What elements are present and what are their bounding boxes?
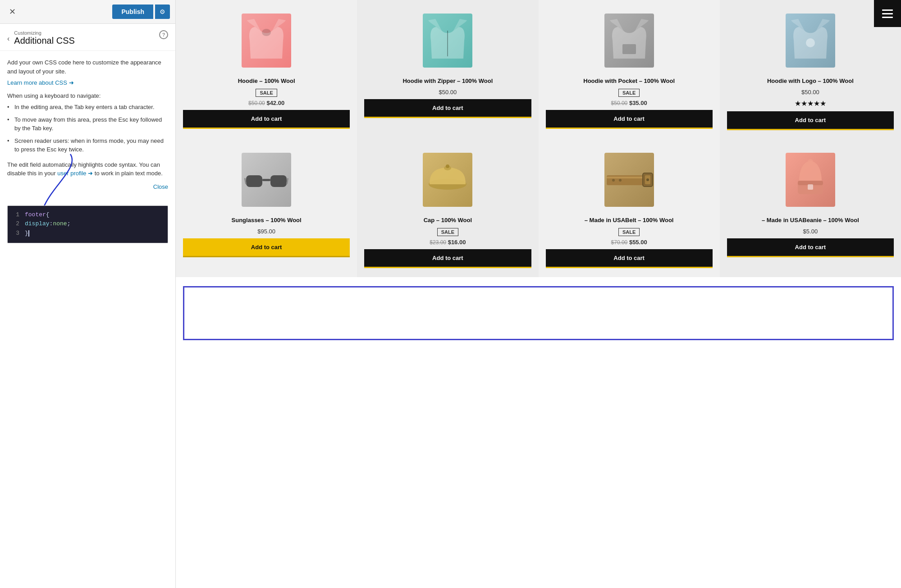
svg-rect-7 — [262, 179, 270, 181]
product-card-2: Hoodie with Zipper – 100% Wool $50.00 Ad… — [357, 0, 538, 139]
product-sale-badge-7: SALE — [546, 228, 713, 239]
add-to-cart-btn-4[interactable]: Add to cart — [727, 111, 894, 130]
product-image-area-6 — [364, 148, 531, 211]
gear-button[interactable]: ⚙ — [155, 5, 170, 19]
customizing-label: Customizing — [14, 30, 75, 36]
product-card-7: – Made in USABelt – 100% Wool SALE $70.0… — [539, 139, 720, 277]
sale-price-6: $16.00 — [448, 239, 466, 246]
sale-price-3: $35.00 — [629, 100, 647, 106]
left-panel: ✕ Publish ⚙ ‹ Customizing Additional CSS… — [0, 0, 176, 588]
svg-point-19 — [619, 179, 622, 182]
product-sale-badge-3: SALE — [546, 89, 713, 100]
product-image-area-3 — [546, 9, 713, 72]
add-to-cart-btn-6[interactable]: Add to cart — [364, 249, 531, 268]
code-text-3: } — [25, 229, 29, 238]
product-image-8 — [786, 153, 835, 207]
line-num-3: 3 — [12, 229, 19, 238]
top-bar: ✕ Publish ⚙ — [0, 0, 175, 24]
line-num-2: 2 — [12, 219, 19, 229]
product-name-4: Hoodie with Logo – 100% Wool — [727, 77, 894, 85]
product-name-5: Sunglasses – 100% Wool — [183, 217, 350, 224]
customizing-header: ‹ Customizing Additional CSS ? — [0, 24, 175, 51]
add-to-cart-btn-1[interactable]: Add to cart — [183, 110, 350, 129]
product-name-1: Hoodie – 100% Wool — [183, 77, 350, 85]
product-image-area-7 — [546, 148, 713, 211]
close-link[interactable]: Close — [7, 183, 168, 190]
svg-point-1 — [262, 29, 271, 36]
add-to-cart-btn-2[interactable]: Add to cart — [364, 99, 531, 118]
original-price-7: $70.00 — [611, 239, 628, 246]
beanie-svg — [792, 157, 828, 202]
code-line-1: 1 footer{ — [12, 210, 163, 220]
sale-badge-7: SALE — [618, 228, 640, 236]
keyboard-nav-title: When using a keyboard to navigate: — [7, 92, 168, 99]
svg-rect-3 — [622, 44, 636, 54]
footer-placeholder — [183, 286, 894, 340]
add-to-cart-btn-8[interactable]: Add to cart — [727, 238, 894, 257]
customizing-titles: Customizing Additional CSS — [14, 30, 75, 46]
sale-badge-1: SALE — [256, 89, 277, 97]
product-image-3 — [604, 14, 654, 68]
add-to-cart-btn-3[interactable]: Add to cart — [546, 110, 713, 129]
product-price-6: $23.00 $16.00 — [364, 239, 531, 246]
product-image-area-2 — [364, 9, 531, 72]
product-image-2 — [423, 14, 472, 68]
product-image-4 — [786, 14, 835, 68]
svg-point-18 — [612, 179, 615, 182]
product-price-4: $50.00 — [727, 89, 894, 96]
publish-area: Publish ⚙ — [112, 5, 170, 19]
products-grid: Hoodie – 100% Wool SALE $50.00 $42.00 Ad… — [176, 0, 901, 277]
product-image-5 — [242, 153, 291, 207]
panel-description: Add your own CSS code here to customize … — [7, 58, 168, 76]
sale-price-1: $42.00 — [266, 100, 284, 106]
product-price-3: $50.00 $35.00 — [546, 100, 713, 106]
product-name-2: Hoodie with Zipper – 100% Wool — [364, 77, 531, 85]
original-price-6: $23.00 — [430, 239, 446, 246]
svg-rect-6 — [270, 175, 287, 187]
sale-badge-3: SALE — [618, 89, 640, 97]
product-card-6: Cap – 100% Wool SALE $23.00 $16.00 Add t… — [357, 139, 538, 277]
help-icon[interactable]: ? — [159, 30, 168, 39]
cap-svg — [425, 162, 470, 198]
back-button[interactable]: ‹ — [7, 34, 9, 43]
keyboard-tip-2: To move away from this area, press the E… — [7, 115, 168, 133]
product-sale-badge-1: SALE — [183, 89, 350, 100]
product-card-5: Sunglasses – 100% Wool $95.00 Add to car… — [176, 139, 357, 277]
learn-more-link[interactable]: Learn more about CSS ➜ — [7, 79, 74, 86]
svg-rect-14 — [607, 177, 647, 178]
svg-point-17 — [646, 178, 649, 181]
svg-point-12 — [446, 164, 449, 168]
original-price-1: $50.00 — [248, 100, 265, 106]
hoodie-svg-2 — [427, 18, 468, 63]
user-profile-link[interactable]: user profile ➜ — [57, 170, 93, 177]
stars-4: ★★★★★ — [727, 99, 894, 108]
code-text-2: display:none; — [25, 219, 70, 229]
hamburger-menu[interactable] — [874, 0, 901, 27]
customizing-title: Additional CSS — [14, 36, 75, 46]
product-card-3: Hoodie with Pocket – 100% Wool SALE $50.… — [539, 0, 720, 139]
svg-rect-22 — [808, 184, 813, 190]
product-image-1 — [242, 14, 291, 68]
keyboard-tip-1: In the editing area, the Tab key enters … — [7, 103, 168, 112]
product-name-8: – Made in USABeanie – 100% Wool — [727, 217, 894, 224]
hamburger-icon — [882, 9, 893, 18]
product-card-1: Hoodie – 100% Wool SALE $50.00 $42.00 Ad… — [176, 0, 357, 139]
code-line-3: 3 } — [12, 229, 163, 238]
line-num-1: 1 — [12, 210, 19, 220]
product-image-6 — [423, 153, 472, 207]
product-name-3: Hoodie with Pocket – 100% Wool — [546, 77, 713, 85]
product-name-7: – Made in USABelt – 100% Wool — [546, 217, 713, 224]
product-price-1: $50.00 $42.00 — [183, 100, 350, 106]
hamburger-line-3 — [882, 17, 893, 18]
hamburger-line-1 — [882, 9, 893, 11]
product-image-7 — [604, 153, 654, 207]
hoodie-svg-4 — [790, 18, 831, 63]
product-price-2: $50.00 — [364, 89, 531, 96]
add-to-cart-btn-5[interactable]: Add to cart — [183, 238, 350, 257]
keyboard-tip-3: Screen reader users: when in forms mode,… — [7, 137, 168, 154]
product-image-area-5 — [183, 148, 350, 211]
code-editor[interactable]: 1 footer{ 2 display:none; 3 } — [7, 205, 168, 243]
add-to-cart-btn-7[interactable]: Add to cart — [546, 249, 713, 268]
close-x-button[interactable]: ✕ — [5, 5, 19, 18]
publish-button[interactable]: Publish — [112, 5, 153, 19]
